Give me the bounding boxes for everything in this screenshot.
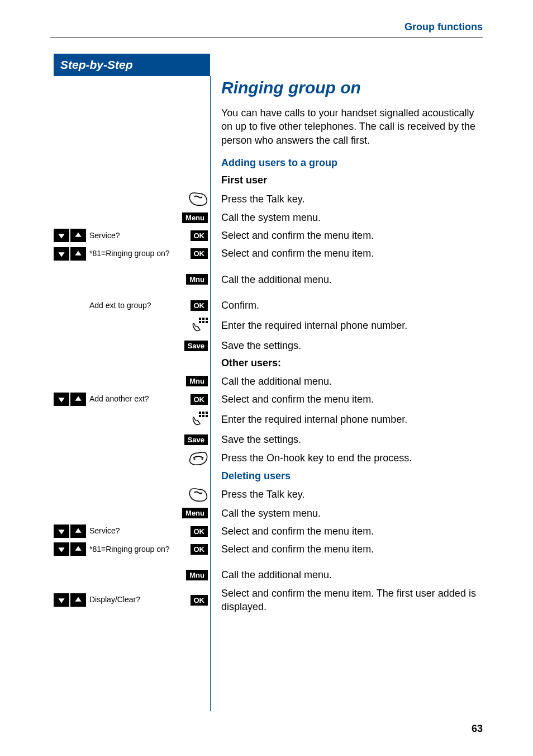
display-text: Display/Clear?: [86, 596, 191, 604]
mnu-badge: Mnu: [186, 274, 208, 285]
up-arrow-icon: [70, 393, 86, 406]
sidebar-title: Step-by-Step: [54, 54, 210, 76]
step-row: *81=Ringing group on? OK Select and conf…: [54, 247, 483, 260]
display-text: Add another ext?: [86, 395, 191, 403]
label-otherusers: Other users:: [54, 357, 483, 369]
save-badge: Save: [184, 341, 208, 351]
svg-rect-6: [199, 412, 201, 414]
subhead-deleting: Deleting users: [54, 470, 483, 482]
up-arrow-icon: [70, 542, 86, 556]
nav-arrows: [54, 247, 86, 261]
svg-rect-9: [199, 415, 201, 417]
down-arrow-icon: [54, 525, 69, 538]
step-row: Add ext to group? OK Confirm.: [54, 299, 483, 312]
svg-rect-5: [206, 321, 208, 323]
step-text: Call the additional menu.: [210, 273, 483, 286]
save-badge: Save: [184, 434, 208, 445]
step-text: Confirm.: [210, 299, 483, 312]
step-row: Press the On-hook key to end the process…: [54, 451, 483, 466]
down-arrow-icon: [54, 229, 69, 242]
svg-rect-3: [199, 321, 201, 323]
svg-rect-11: [206, 415, 208, 417]
mnu-badge: Mnu: [186, 376, 208, 386]
step-row: *81=Ringing group on? OK Select and conf…: [54, 542, 483, 556]
step-row: Menu Call the system menu.: [54, 211, 483, 224]
step-text: Select and confirm the menu item.: [210, 542, 483, 556]
up-arrow-icon: [70, 593, 86, 607]
svg-rect-2: [206, 318, 208, 320]
step-row: Enter the required internal phone number…: [54, 316, 483, 334]
down-arrow-icon: [54, 247, 69, 261]
step-row: Mnu Call the additional menu.: [54, 273, 483, 286]
svg-rect-10: [202, 415, 204, 417]
page-number: 63: [472, 723, 483, 735]
step-text: Select and confirm the menu item.: [210, 525, 483, 538]
step-row: Add another ext? OK Select and confirm t…: [54, 393, 483, 406]
step-row: Service? OK Select and confirm the menu …: [54, 525, 483, 538]
nav-arrows: [54, 229, 86, 242]
menu-badge: Menu: [182, 508, 208, 518]
step-text: Press the Talk key.: [210, 488, 483, 501]
svg-point-13: [202, 458, 203, 460]
subhead-adding: Adding users to a group: [54, 157, 483, 169]
step-text: Call the system menu.: [210, 211, 483, 224]
step-row: Mnu Call the additional menu.: [54, 568, 483, 582]
ok-badge: OK: [191, 595, 208, 606]
step-text: Select and confirm the menu item.: [210, 229, 483, 242]
main-content: You can have calls to your handset signa…: [54, 106, 483, 618]
ok-badge: OK: [191, 300, 208, 311]
svg-rect-7: [202, 412, 204, 414]
step-text: Enter the required internal phone number…: [210, 319, 483, 332]
keypad-icon: [192, 316, 208, 334]
svg-rect-4: [202, 321, 204, 323]
nav-arrows: [54, 593, 86, 607]
menu-badge: Menu: [182, 212, 208, 223]
nav-arrows: [54, 525, 86, 538]
step-row: Save Save the settings.: [54, 339, 483, 352]
ok-badge: OK: [191, 248, 208, 259]
step-row: Mnu Call the additional menu.: [54, 375, 483, 388]
step-text: Call the additional menu.: [210, 568, 483, 582]
nav-arrows: [54, 393, 86, 406]
step-text: Call the additional menu.: [210, 375, 483, 388]
step-row: Press the Talk key.: [54, 192, 483, 206]
step-row: Menu Call the system menu.: [54, 507, 483, 520]
ok-badge: OK: [191, 526, 208, 537]
intro-text: You can have calls to your handset signa…: [54, 106, 483, 147]
svg-rect-1: [202, 318, 204, 320]
keypad-icon: [192, 410, 208, 428]
nav-arrows: [54, 542, 86, 556]
step-text: Select and confirm the menu item. The fi…: [210, 587, 483, 614]
ok-badge: OK: [191, 544, 208, 555]
step-row: Enter the required internal phone number…: [54, 410, 483, 428]
display-text: Add ext to group?: [86, 301, 191, 310]
step-text: Save the settings.: [210, 339, 483, 352]
step-text: Select and confirm the menu item.: [210, 247, 483, 260]
svg-point-12: [194, 458, 196, 460]
mnu-badge: Mnu: [186, 570, 208, 580]
display-text: Service?: [86, 231, 191, 240]
header-rule: [50, 37, 483, 37]
display-text: *81=Ringing group on?: [86, 249, 191, 258]
header-section: Group functions: [404, 21, 483, 33]
display-text: Service?: [86, 527, 191, 535]
step-text: Save the settings.: [210, 433, 483, 446]
down-arrow-icon: [54, 393, 69, 406]
up-arrow-icon: [70, 525, 86, 538]
ok-badge: OK: [191, 394, 208, 405]
svg-rect-0: [199, 318, 201, 320]
talk-key-icon: [189, 488, 208, 502]
step-text: Press the On-hook key to end the process…: [210, 451, 483, 465]
down-arrow-icon: [54, 542, 69, 556]
step-text: Select and confirm the menu item.: [210, 393, 483, 406]
step-text: Call the system menu.: [210, 507, 483, 520]
step-text: Enter the required internal phone number…: [210, 413, 483, 426]
page-title: Ringing group on: [221, 78, 361, 97]
step-row: Save Save the settings.: [54, 433, 483, 446]
step-row: Press the Talk key.: [54, 488, 483, 502]
down-arrow-icon: [54, 593, 69, 607]
onhook-key-icon: [189, 451, 208, 466]
up-arrow-icon: [70, 247, 86, 261]
display-text: *81=Ringing group on?: [86, 545, 191, 554]
ok-badge: OK: [191, 230, 208, 241]
